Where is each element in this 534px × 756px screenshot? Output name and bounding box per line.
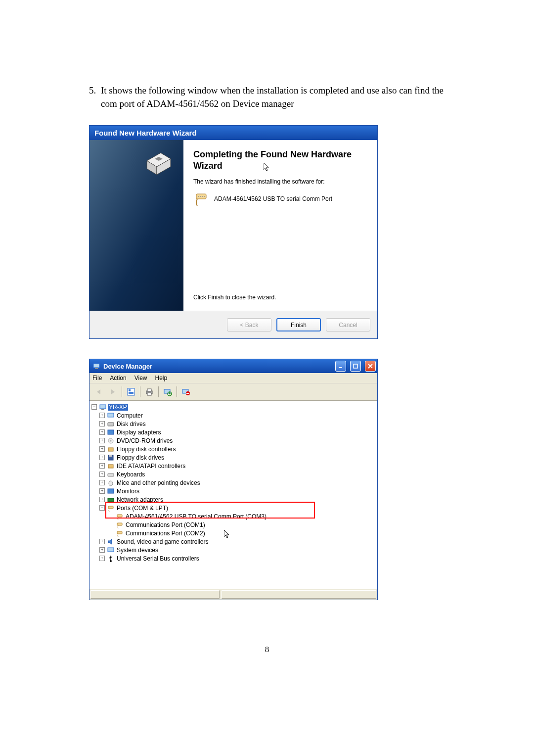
status-bar — [89, 589, 377, 600]
tree-item[interactable]: +Sound, video and game controllers — [90, 537, 376, 546]
expand-icon[interactable]: + — [99, 446, 105, 452]
svg-rect-39 — [108, 498, 114, 502]
device-manager-icon — [92, 362, 100, 370]
minimize-button[interactable] — [335, 361, 346, 372]
forward-icon — [106, 385, 119, 398]
tree-item[interactable]: +Disk drives — [90, 420, 376, 428]
mouse-icon — [107, 479, 115, 487]
expand-icon[interactable]: + — [99, 472, 105, 477]
svg-rect-25 — [100, 405, 106, 409]
tree-item-port-adam[interactable]: ADAM-4561/4562 USB TO serial Comm Port (… — [90, 512, 376, 520]
svg-rect-43 — [117, 531, 122, 534]
device-manager-toolbar — [89, 383, 377, 401]
cancel-button: Cancel — [326, 318, 370, 331]
svg-rect-16 — [129, 393, 134, 394]
svg-point-7 — [204, 196, 205, 197]
menu-view[interactable]: View — [134, 375, 147, 381]
expand-icon[interactable]: + — [99, 455, 105, 460]
wizard-title: Found New Hardware Wizard — [94, 129, 197, 137]
svg-rect-14 — [129, 389, 131, 391]
floppy-drive-icon — [107, 454, 115, 462]
wizard-titlebar[interactable]: Found New Hardware Wizard — [89, 126, 377, 140]
svg-rect-41 — [117, 515, 122, 517]
com-port-icon — [193, 191, 209, 207]
tree-item[interactable]: +Floppy disk drives — [90, 453, 376, 462]
tree-item[interactable]: +Network adapters — [90, 495, 376, 504]
device-manager-menubar: File Action View Help — [89, 373, 377, 383]
device-tree[interactable]: − YR-XP +Computer +Disk drives +Display … — [89, 401, 377, 589]
cursor-icon — [224, 530, 231, 539]
expand-icon[interactable]: + — [99, 413, 105, 418]
menu-help[interactable]: Help — [155, 375, 168, 381]
expand-icon[interactable]: + — [99, 429, 105, 435]
sound-icon — [107, 538, 115, 546]
root-label: YR-XP — [108, 404, 128, 411]
svg-marker-8 — [264, 163, 268, 171]
print-icon[interactable] — [143, 385, 156, 398]
tree-item[interactable]: +IDE ATA/ATAPI controllers — [90, 462, 376, 470]
svg-rect-45 — [108, 548, 114, 552]
port-icon — [116, 529, 124, 537]
usb-icon — [107, 555, 115, 563]
menu-action[interactable]: Action — [110, 375, 126, 381]
maximize-button[interactable] — [350, 361, 361, 372]
tree-item[interactable]: +System devices — [90, 546, 376, 554]
step-number: 5. — [89, 84, 101, 110]
svg-rect-10 — [95, 368, 98, 369]
port-icon — [116, 521, 124, 529]
collapse-icon[interactable]: − — [99, 505, 105, 511]
tree-item[interactable]: +Mice and other pointing devices — [90, 478, 376, 487]
collapse-icon[interactable]: − — [91, 404, 97, 410]
svg-marker-44 — [224, 530, 229, 538]
tree-item[interactable]: +Computer — [90, 411, 376, 420]
back-icon — [92, 385, 105, 398]
svg-rect-35 — [108, 465, 113, 468]
svg-rect-29 — [108, 430, 114, 434]
step-text: It shows the following window when the i… — [101, 84, 445, 110]
expand-icon[interactable]: + — [99, 463, 105, 469]
scan-icon[interactable] — [161, 385, 174, 398]
uninstall-icon[interactable] — [179, 385, 192, 398]
tree-item[interactable]: +Floppy disk controllers — [90, 445, 376, 453]
device-manager-window: Device Manager File Action View Help — [89, 359, 378, 600]
device-manager-titlebar[interactable]: Device Manager — [89, 359, 377, 373]
floppy-controller-icon — [107, 445, 115, 453]
tree-item[interactable]: +Monitors — [90, 487, 376, 495]
wizard-sidebar-image — [89, 140, 183, 311]
expand-icon[interactable]: + — [99, 421, 105, 426]
keyboard-icon — [107, 471, 115, 478]
tree-item[interactable]: +DVD/CD-ROM drives — [90, 436, 376, 445]
svg-rect-9 — [93, 364, 99, 368]
expand-icon[interactable]: + — [99, 547, 105, 553]
ide-icon — [107, 462, 115, 470]
expand-icon[interactable]: + — [99, 488, 105, 494]
svg-rect-32 — [108, 448, 113, 451]
expand-icon[interactable]: + — [99, 497, 105, 502]
tree-item[interactable]: +Keyboards — [90, 470, 376, 478]
svg-rect-24 — [186, 393, 189, 394]
expand-icon[interactable]: + — [99, 556, 105, 561]
properties-icon[interactable] — [125, 385, 137, 398]
svg-point-6 — [202, 196, 203, 197]
cursor-icon — [264, 163, 270, 172]
expand-icon[interactable]: + — [99, 438, 105, 443]
svg-rect-27 — [108, 413, 114, 417]
menu-file[interactable]: File — [92, 375, 102, 381]
expand-icon[interactable]: + — [99, 480, 105, 485]
svg-rect-38 — [108, 489, 114, 493]
tree-item-ports[interactable]: − Ports (COM & LPT) — [90, 504, 376, 512]
tree-item-port-com1[interactable]: Communications Port (COM1) — [90, 520, 376, 529]
wizard-footer: < Back Finish Cancel — [89, 311, 377, 338]
finish-button[interactable]: Finish — [276, 318, 321, 331]
tree-root-computer[interactable]: − YR-XP — [90, 403, 376, 411]
expand-icon[interactable]: + — [99, 539, 105, 544]
wizard-close-instruction: Click Finish to close the wizard. — [193, 294, 367, 306]
svg-point-37 — [109, 481, 113, 486]
tree-item[interactable]: +Universal Serial Bus controllers — [90, 554, 376, 563]
svg-rect-15 — [129, 392, 134, 393]
close-button[interactable] — [365, 361, 376, 372]
tree-item-port-com2[interactable]: Communications Port (COM2) — [90, 529, 376, 537]
tree-item[interactable]: +Display adapters — [90, 428, 376, 436]
port-icon — [107, 504, 115, 512]
disk-icon — [107, 420, 115, 428]
